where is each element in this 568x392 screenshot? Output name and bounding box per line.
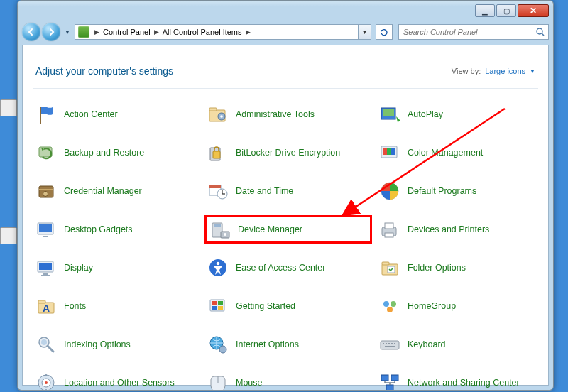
item-label: Location and Other Sensors — [64, 378, 175, 388]
titlebar[interactable]: ▁ ▢ ✕ — [18, 1, 553, 21]
item-label: Desktop Gadgets — [64, 224, 133, 234]
control-panel-item[interactable]: Devices and Printers — [376, 215, 544, 244]
control-panel-item[interactable]: Mouse — [204, 369, 372, 391]
item-label: Display — [64, 263, 93, 273]
breadcrumb[interactable]: All Control Panel Items — [161, 28, 244, 36]
back-button[interactable] — [22, 23, 40, 41]
control-panel-item[interactable]: Backup and Restore — [33, 138, 200, 167]
control-panel-item[interactable]: Color Management — [376, 138, 544, 167]
svg-point-54 — [390, 301, 396, 307]
control-panel-item[interactable]: Date and Time — [204, 177, 372, 205]
control-panel-item[interactable]: Display — [33, 254, 200, 282]
item-icon — [378, 179, 402, 203]
item-label: Ease of Access Center — [236, 263, 325, 273]
item-label: Color Management — [408, 148, 483, 158]
svg-rect-38 — [43, 273, 48, 275]
svg-line-58 — [48, 346, 53, 352]
svg-rect-39 — [41, 275, 50, 276]
item-label: Mouse — [236, 378, 263, 388]
item-icon — [378, 256, 402, 280]
control-panel-item[interactable]: AFonts — [33, 292, 200, 320]
svg-point-70 — [45, 381, 48, 384]
view-by-selector[interactable]: View by: Large icons ▼ — [452, 67, 535, 75]
svg-line-1 — [542, 33, 544, 36]
svg-rect-67 — [385, 346, 395, 347]
control-panel-item[interactable]: AutoPlay — [376, 100, 544, 129]
control-panel-item[interactable]: Desktop Gadgets — [33, 215, 200, 244]
item-icon — [34, 371, 58, 391]
close-button[interactable]: ✕ — [518, 4, 549, 17]
control-panel-item[interactable]: Action Center — [33, 100, 200, 129]
svg-point-6 — [220, 115, 223, 118]
svg-rect-4 — [209, 108, 217, 111]
svg-point-41 — [217, 262, 220, 266]
chevron-right-icon: ▶ — [92, 28, 102, 36]
control-panel-item[interactable]: HomeGroup — [376, 292, 544, 320]
svg-point-55 — [387, 307, 393, 312]
item-icon — [378, 102, 402, 126]
content-pane: Adjust your computer's settings View by:… — [22, 45, 549, 386]
address-dropdown[interactable]: ▼ — [358, 24, 371, 40]
nav-history-dropdown[interactable]: ▼ — [63, 23, 72, 41]
item-icon — [206, 179, 230, 203]
view-by-value[interactable]: Large icons — [485, 67, 525, 75]
breadcrumb[interactable]: Control Panel — [102, 28, 152, 36]
item-label: Credential Manager — [64, 186, 142, 196]
svg-rect-74 — [381, 375, 388, 381]
svg-rect-76 — [386, 385, 393, 391]
item-label: Folder Options — [408, 263, 466, 273]
control-panel-item[interactable]: BitLocker Drive Encryption — [204, 138, 372, 167]
item-label: Indexing Options — [64, 339, 131, 349]
control-panel-item[interactable]: Keyboard — [376, 330, 544, 359]
control-panel-item[interactable]: Administrative Tools — [204, 100, 372, 129]
address-bar[interactable]: ▶ Control Panel ▶ All Control Panel Item… — [75, 24, 371, 40]
svg-text:A: A — [43, 303, 50, 314]
control-panel-item[interactable]: Device Manager — [204, 215, 372, 244]
control-panel-item[interactable]: Network and Sharing Center — [376, 369, 544, 391]
forward-button[interactable] — [42, 23, 60, 41]
svg-rect-75 — [391, 375, 398, 381]
control-panel-item[interactable]: Folder Options — [376, 254, 544, 282]
svg-rect-43 — [382, 262, 389, 265]
item-label: Fonts — [64, 301, 86, 311]
search-icon[interactable] — [532, 24, 548, 40]
item-icon — [378, 294, 402, 318]
item-icon — [208, 217, 232, 241]
svg-rect-49 — [212, 301, 217, 305]
svg-rect-15 — [387, 148, 391, 155]
control-panel-item[interactable]: Internet Options — [204, 330, 372, 359]
chevron-right-icon: ▶ — [152, 28, 161, 36]
svg-rect-2 — [40, 107, 41, 124]
svg-rect-51 — [212, 306, 217, 310]
control-panel-item[interactable]: Location and Other Sensors — [33, 369, 200, 391]
refresh-button[interactable] — [376, 24, 393, 40]
control-panel-item[interactable]: Getting Started — [204, 292, 372, 320]
item-icon — [34, 256, 58, 280]
svg-rect-35 — [385, 233, 393, 237]
item-icon — [34, 102, 58, 126]
control-panel-item[interactable]: Indexing Options — [33, 330, 200, 359]
svg-rect-37 — [39, 263, 52, 270]
item-label: BitLocker Drive Encryption — [236, 148, 340, 158]
svg-rect-63 — [386, 343, 387, 344]
svg-rect-62 — [383, 343, 384, 344]
search-box[interactable] — [398, 24, 549, 40]
control-panel-item[interactable]: Ease of Access Center — [204, 254, 372, 282]
desktop-background — [0, 0, 18, 392]
svg-rect-11 — [213, 151, 220, 158]
search-input[interactable] — [399, 28, 532, 36]
item-icon — [378, 141, 402, 165]
svg-rect-27 — [39, 224, 52, 232]
svg-point-19 — [43, 192, 48, 197]
control-panel-item[interactable]: Default Programs — [376, 177, 544, 205]
svg-rect-64 — [388, 343, 390, 344]
item-icon — [206, 141, 230, 165]
item-label: Default Programs — [408, 186, 476, 196]
control-panel-item[interactable]: Credential Manager — [33, 177, 200, 205]
maximize-button[interactable]: ▢ — [496, 4, 516, 17]
item-label: AutoPlay — [408, 109, 443, 119]
svg-point-60 — [219, 346, 226, 353]
minimize-button[interactable]: ▁ — [475, 4, 495, 17]
item-label: Keyboard — [408, 339, 446, 349]
item-label: Internet Options — [236, 339, 299, 349]
